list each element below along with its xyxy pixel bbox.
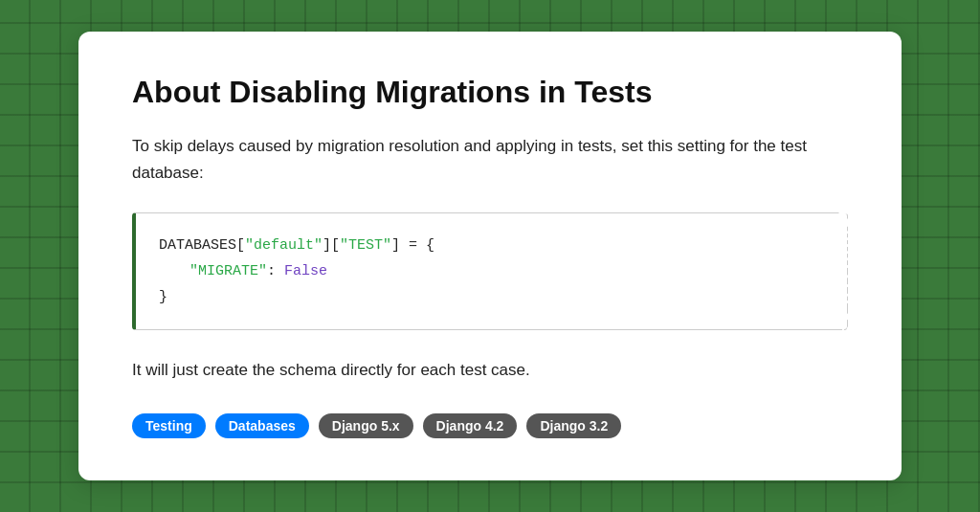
tag-databases[interactable]: Databases <box>215 413 309 438</box>
code-keyword-1: False <box>284 263 327 279</box>
code-plain-4: : <box>267 263 284 279</box>
code-plain-1: DATABASES[ <box>159 237 245 254</box>
tag-django42[interactable]: Django 4.2 <box>423 413 518 438</box>
code-plain-5: } <box>159 289 167 305</box>
code-string-1: "default" <box>245 237 323 254</box>
tag-django32[interactable]: Django 3.2 <box>526 413 621 438</box>
main-card: About Disabling Migrations in Tests To s… <box>78 32 902 480</box>
code-string-3: "MIGRATE" <box>189 263 267 279</box>
tag-testing[interactable]: Testing <box>132 413 206 438</box>
code-line-1: DATABASES["default"]["TEST"] = { <box>159 233 824 258</box>
tags-container: Testing Databases Django 5.x Django 4.2 … <box>132 413 848 438</box>
footer-text: It will just create the schema directly … <box>132 357 848 383</box>
sidebar-brand: @DjangoTricks <box>837 174 859 338</box>
tag-django5[interactable]: Django 5.x <box>319 413 413 438</box>
code-block: DATABASES["default"]["TEST"] = { "MIGRAT… <box>132 212 848 330</box>
page-title: About Disabling Migrations in Tests <box>132 74 848 110</box>
code-line-3: } <box>159 284 824 310</box>
description-text: To skip delays caused by migration resol… <box>132 133 848 185</box>
code-plain-2: ][ <box>323 237 340 254</box>
code-string-2: "TEST" <box>340 237 391 254</box>
code-plain-3: ] = { <box>391 237 434 254</box>
code-line-2: "MIGRATE": False <box>189 258 824 284</box>
